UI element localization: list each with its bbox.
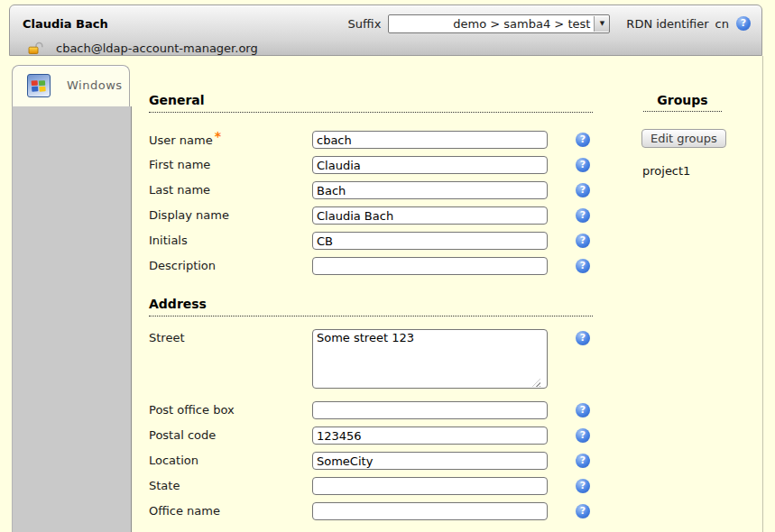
displayname-label: Display name	[149, 208, 229, 223]
help-icon[interactable]: ?	[576, 208, 590, 223]
state-label: State	[149, 479, 180, 493]
username-label-text: User name	[149, 133, 213, 147]
form-row-username: User name* ?	[149, 131, 609, 151]
section-heading-address: Address	[149, 297, 593, 316]
section-heading-general: General	[149, 93, 593, 113]
rdn-identifier-value: cn	[715, 17, 729, 31]
state-input[interactable]	[312, 477, 548, 495]
form-row-pobox: Post office box ?	[149, 401, 609, 421]
displayname-input[interactable]	[312, 206, 548, 225]
firstname-label: First name	[149, 158, 210, 172]
panel-right-border	[762, 56, 763, 532]
pobox-input[interactable]	[312, 401, 548, 419]
header-dn-row: cbach@ldap-account-manager.org	[28, 40, 258, 56]
page: { "colors": { "page_background": "#FFFFE…	[0, 0, 775, 532]
help-icon[interactable]: ?	[576, 331, 590, 345]
description-input[interactable]	[312, 257, 548, 275]
location-input[interactable]	[312, 452, 548, 470]
initials-input[interactable]	[312, 232, 548, 250]
edit-groups-button[interactable]: Edit groups	[641, 129, 726, 148]
firstname-input[interactable]	[312, 156, 548, 174]
form-row-lastname: Last name ?	[149, 181, 609, 201]
group-member-item: project1	[642, 164, 690, 178]
officename-input[interactable]	[312, 502, 548, 520]
help-icon[interactable]: ?	[576, 479, 590, 493]
tab-windows[interactable]: Windows	[12, 65, 130, 106]
postalcode-input[interactable]	[312, 427, 548, 445]
form-row-displayname: Display name ?	[149, 206, 609, 226]
section-heading-groups: Groups	[643, 93, 722, 112]
lastname-label: Last name	[149, 183, 210, 197]
form-row-firstname: First name ?	[149, 156, 609, 176]
tab-windows-label: Windows	[67, 78, 123, 92]
account-title: Claudia Bach	[23, 17, 108, 31]
required-marker: *	[215, 129, 221, 143]
form-row-initials: Initials ?	[149, 232, 609, 252]
description-label: Description	[149, 259, 216, 273]
form-row-state: State ?	[149, 477, 609, 497]
help-icon[interactable]: ?	[576, 403, 590, 417]
officename-label: Office name	[149, 504, 220, 518]
help-icon[interactable]: ?	[576, 133, 590, 147]
help-icon[interactable]: ?	[576, 234, 590, 248]
initials-label: Initials	[149, 234, 188, 248]
windows-module-button[interactable]	[27, 74, 51, 97]
pobox-label: Post office box	[149, 403, 235, 417]
lastname-input[interactable]	[312, 181, 548, 199]
form-row-location: Location ?	[149, 452, 609, 472]
username-input[interactable]	[312, 131, 548, 149]
help-icon[interactable]: ?	[576, 504, 590, 518]
username-label: User name*	[149, 133, 221, 148]
rdn-identifier-label: RDN identifier	[626, 17, 708, 31]
help-icon[interactable]: ?	[736, 16, 751, 31]
postalcode-label: Postal code	[149, 428, 216, 443]
chevron-down-icon: ▼	[600, 21, 604, 27]
unlock-icon	[28, 41, 44, 55]
account-header: Claudia Bach Suffix demo > samba4 > test…	[9, 5, 762, 56]
help-icon[interactable]: ?	[576, 183, 590, 197]
help-icon[interactable]: ?	[576, 428, 590, 443]
suffix-dropdown-button[interactable]: ▼	[594, 16, 609, 32]
help-icon[interactable]: ?	[576, 158, 590, 172]
help-icon[interactable]: ?	[576, 454, 590, 468]
form-row-postalcode: Postal code ?	[149, 427, 609, 446]
street-textarea[interactable]: Some street 123	[312, 329, 548, 389]
location-label: Location	[149, 454, 198, 468]
form-row-officename: Office name ?	[149, 502, 609, 522]
form-row-street: Street Some street 123 ?	[149, 329, 609, 392]
suffix-selected-value: demo > samba4 > test	[389, 17, 594, 31]
account-email: cbach@ldap-account-manager.org	[56, 41, 258, 55]
header-top-row: Claudia Bach Suffix demo > samba4 > test…	[23, 14, 751, 33]
windows-logo-icon	[31, 79, 47, 93]
suffix-label: Suffix	[348, 17, 382, 31]
tab-strip-background	[12, 106, 132, 532]
suffix-select[interactable]: demo > samba4 > test ▼	[388, 14, 610, 33]
help-icon[interactable]: ?	[576, 259, 590, 273]
form-row-description: Description ?	[149, 257, 609, 277]
street-label: Street	[149, 331, 185, 345]
